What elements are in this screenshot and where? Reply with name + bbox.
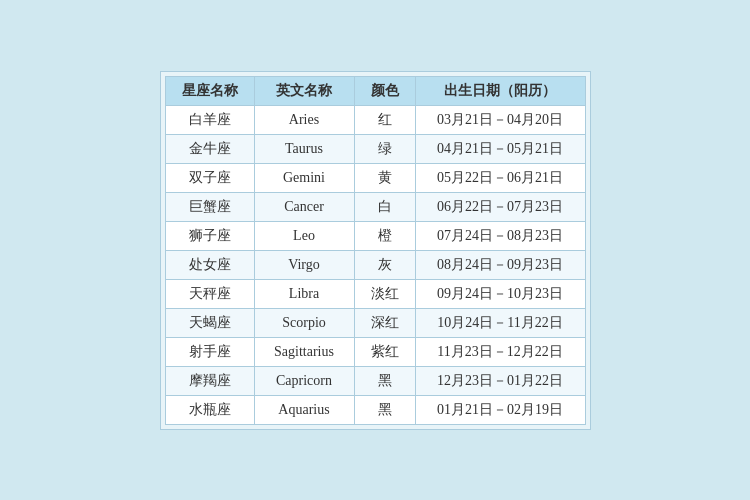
cell-en: Gemini: [254, 163, 354, 192]
header-en: 英文名称: [254, 76, 354, 105]
table-row: 狮子座Leo橙07月24日－08月23日: [165, 221, 585, 250]
cell-zh: 白羊座: [165, 105, 254, 134]
cell-date: 05月22日－06月21日: [415, 163, 585, 192]
table-row: 处女座Virgo灰08月24日－09月23日: [165, 250, 585, 279]
table-row: 天蝎座Scorpio深红10月24日－11月22日: [165, 308, 585, 337]
table-row: 水瓶座Aquarius黑01月21日－02月19日: [165, 395, 585, 424]
cell-en: Taurus: [254, 134, 354, 163]
cell-color: 绿: [354, 134, 415, 163]
cell-date: 10月24日－11月22日: [415, 308, 585, 337]
table-row: 天秤座Libra淡红09月24日－10月23日: [165, 279, 585, 308]
cell-zh: 摩羯座: [165, 366, 254, 395]
table-row: 白羊座Aries红03月21日－04月20日: [165, 105, 585, 134]
cell-color: 紫红: [354, 337, 415, 366]
cell-date: 03月21日－04月20日: [415, 105, 585, 134]
cell-zh: 金牛座: [165, 134, 254, 163]
cell-en: Scorpio: [254, 308, 354, 337]
cell-zh: 双子座: [165, 163, 254, 192]
cell-color: 淡红: [354, 279, 415, 308]
cell-color: 黑: [354, 366, 415, 395]
cell-color: 深红: [354, 308, 415, 337]
cell-color: 黑: [354, 395, 415, 424]
cell-date: 04月21日－05月21日: [415, 134, 585, 163]
cell-en: Aquarius: [254, 395, 354, 424]
cell-en: Capricorn: [254, 366, 354, 395]
header-color: 颜色: [354, 76, 415, 105]
cell-date: 08月24日－09月23日: [415, 250, 585, 279]
zodiac-table-container: 星座名称 英文名称 颜色 出生日期（阳历） 白羊座Aries红03月21日－04…: [160, 71, 591, 430]
table-row: 金牛座Taurus绿04月21日－05月21日: [165, 134, 585, 163]
header-date: 出生日期（阳历）: [415, 76, 585, 105]
table-row: 巨蟹座Cancer白06月22日－07月23日: [165, 192, 585, 221]
cell-date: 11月23日－12月22日: [415, 337, 585, 366]
cell-zh: 处女座: [165, 250, 254, 279]
cell-zh: 水瓶座: [165, 395, 254, 424]
table-row: 摩羯座Capricorn黑12月23日－01月22日: [165, 366, 585, 395]
cell-color: 红: [354, 105, 415, 134]
header-zh: 星座名称: [165, 76, 254, 105]
cell-color: 黄: [354, 163, 415, 192]
cell-color: 灰: [354, 250, 415, 279]
cell-color: 白: [354, 192, 415, 221]
cell-date: 07月24日－08月23日: [415, 221, 585, 250]
table-header-row: 星座名称 英文名称 颜色 出生日期（阳历）: [165, 76, 585, 105]
cell-zh: 射手座: [165, 337, 254, 366]
cell-date: 06月22日－07月23日: [415, 192, 585, 221]
cell-en: Leo: [254, 221, 354, 250]
cell-date: 09月24日－10月23日: [415, 279, 585, 308]
cell-en: Libra: [254, 279, 354, 308]
cell-zh: 巨蟹座: [165, 192, 254, 221]
cell-color: 橙: [354, 221, 415, 250]
cell-en: Sagittarius: [254, 337, 354, 366]
cell-date: 12月23日－01月22日: [415, 366, 585, 395]
cell-en: Cancer: [254, 192, 354, 221]
zodiac-table: 星座名称 英文名称 颜色 出生日期（阳历） 白羊座Aries红03月21日－04…: [165, 76, 586, 425]
cell-date: 01月21日－02月19日: [415, 395, 585, 424]
cell-zh: 天蝎座: [165, 308, 254, 337]
table-row: 射手座Sagittarius紫红11月23日－12月22日: [165, 337, 585, 366]
cell-zh: 狮子座: [165, 221, 254, 250]
cell-en: Virgo: [254, 250, 354, 279]
cell-en: Aries: [254, 105, 354, 134]
table-row: 双子座Gemini黄05月22日－06月21日: [165, 163, 585, 192]
cell-zh: 天秤座: [165, 279, 254, 308]
